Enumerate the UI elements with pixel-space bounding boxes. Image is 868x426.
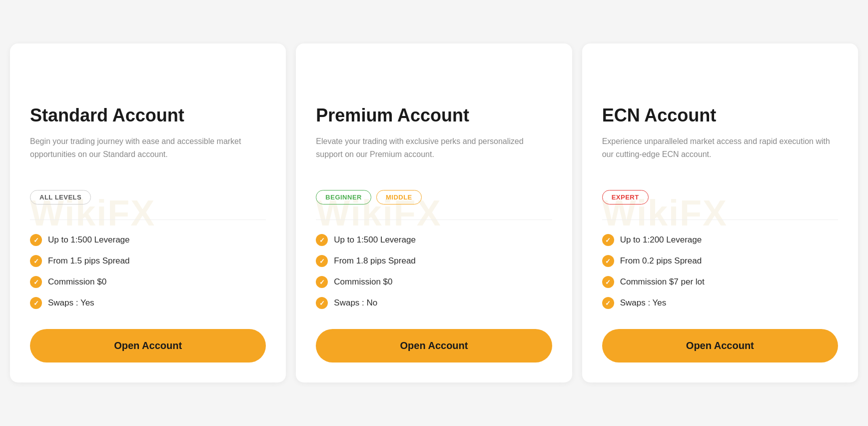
feature-text-ecn-1: From 0.2 pips Spread: [620, 256, 702, 266]
badge-expert: EXPERT: [602, 190, 649, 204]
card-features-standard: Up to 1:500 LeverageFrom 1.5 pips Spread…: [30, 234, 266, 309]
card-description-ecn: Experience unparalleled market access an…: [602, 135, 838, 175]
cards-container: WikiFXStandard AccountBegin your trading…: [10, 44, 858, 382]
card-badges-ecn: EXPERT: [602, 190, 838, 204]
feature-item-premium-2: Commission $0: [316, 276, 552, 288]
feature-item-standard-1: From 1.5 pips Spread: [30, 255, 266, 267]
feature-text-premium-1: From 1.8 pips Spread: [334, 256, 415, 266]
card-badges-standard: ALL LEVELS: [30, 190, 266, 204]
check-icon: [602, 255, 614, 267]
badge-beginner: BEGINNER: [316, 190, 371, 204]
card-badges-premium: BEGINNERMIDDLE: [316, 190, 552, 204]
check-icon: [316, 234, 328, 246]
check-icon: [30, 276, 42, 288]
divider-ecn: [602, 220, 838, 220]
card-standard: WikiFXStandard AccountBegin your trading…: [10, 44, 286, 382]
feature-item-ecn-2: Commission $7 per lot: [602, 276, 838, 288]
check-icon: [316, 297, 328, 309]
feature-text-standard-3: Swaps : Yes: [48, 298, 94, 308]
feature-item-premium-1: From 1.8 pips Spread: [316, 255, 552, 267]
feature-text-standard-0: Up to 1:500 Leverage: [48, 235, 130, 245]
card-description-standard: Begin your trading journey with ease and…: [30, 135, 266, 175]
card-title-ecn: ECN Account: [602, 104, 838, 126]
badge-middle: MIDDLE: [376, 190, 422, 204]
divider-standard: [30, 220, 266, 220]
feature-item-standard-3: Swaps : Yes: [30, 297, 266, 309]
check-icon: [316, 255, 328, 267]
card-ecn: WikiFXECN AccountExperience unparalleled…: [582, 44, 858, 382]
card-features-ecn: Up to 1:200 LeverageFrom 0.2 pips Spread…: [602, 234, 838, 309]
open-account-button-ecn[interactable]: Open Account: [602, 329, 838, 362]
feature-item-standard-2: Commission $0: [30, 276, 266, 288]
check-icon: [316, 276, 328, 288]
card-title-standard: Standard Account: [30, 104, 266, 126]
badge-all-levels: ALL LEVELS: [30, 190, 91, 204]
open-account-button-standard[interactable]: Open Account: [30, 329, 266, 362]
check-icon: [602, 234, 614, 246]
divider-premium: [316, 220, 552, 220]
check-icon: [602, 276, 614, 288]
check-icon: [602, 297, 614, 309]
feature-item-ecn-3: Swaps : Yes: [602, 297, 838, 309]
feature-item-standard-0: Up to 1:500 Leverage: [30, 234, 266, 246]
card-title-premium: Premium Account: [316, 104, 552, 126]
feature-text-ecn-3: Swaps : Yes: [620, 298, 667, 308]
card-features-premium: Up to 1:500 LeverageFrom 1.8 pips Spread…: [316, 234, 552, 309]
feature-text-premium-2: Commission $0: [334, 277, 392, 287]
feature-text-standard-2: Commission $0: [48, 277, 106, 287]
check-icon: [30, 234, 42, 246]
card-premium: WikiFXPremium AccountElevate your tradin…: [296, 44, 572, 382]
feature-text-premium-0: Up to 1:500 Leverage: [334, 235, 416, 245]
card-description-premium: Elevate your trading with exclusive perk…: [316, 135, 552, 175]
feature-item-premium-0: Up to 1:500 Leverage: [316, 234, 552, 246]
check-icon: [30, 297, 42, 309]
check-icon: [30, 255, 42, 267]
feature-text-ecn-0: Up to 1:200 Leverage: [620, 235, 702, 245]
open-account-button-premium[interactable]: Open Account: [316, 329, 552, 362]
feature-text-premium-3: Swaps : No: [334, 298, 377, 308]
feature-item-premium-3: Swaps : No: [316, 297, 552, 309]
feature-item-ecn-1: From 0.2 pips Spread: [602, 255, 838, 267]
feature-text-standard-1: From 1.5 pips Spread: [48, 256, 129, 266]
feature-item-ecn-0: Up to 1:200 Leverage: [602, 234, 838, 246]
feature-text-ecn-2: Commission $7 per lot: [620, 277, 705, 287]
